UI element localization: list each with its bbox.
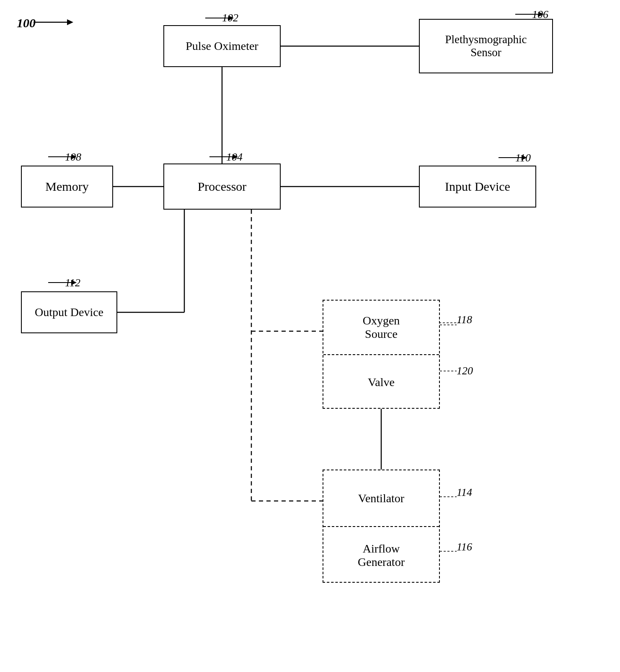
ref-arrow-112 (48, 277, 82, 288)
memory-box: Memory (21, 166, 113, 208)
oxygen-source-label: Oxygen Source (363, 314, 400, 341)
connection-lines (0, 0, 620, 672)
valve-section: Valve (323, 355, 439, 410)
ref-arrow-108 (48, 151, 82, 163)
svg-marker-1 (67, 19, 73, 25)
ref-lines (0, 0, 620, 672)
oxygen-source-section: Oxygen Source (323, 301, 439, 355)
memory-label: Memory (45, 179, 88, 194)
ventilator-ref: 114 (457, 486, 472, 499)
svg-marker-21 (522, 155, 527, 160)
valve-label: Valve (368, 376, 395, 389)
diagram: 100 Pulse Oximeter 102 (0, 0, 620, 672)
svg-marker-17 (232, 154, 238, 159)
svg-marker-19 (71, 154, 77, 159)
output-device-label: Output Device (35, 306, 103, 319)
oxygen-valve-group: Oxygen Source Valve (323, 300, 440, 409)
processor-label: Processor (198, 179, 247, 194)
airflow-generator-label: Airflow Generator (358, 542, 405, 569)
ventilator-section: Ventilator (323, 470, 439, 527)
ventilator-label: Ventilator (358, 492, 404, 505)
svg-marker-13 (228, 16, 234, 21)
ref-arrow-118 (439, 319, 477, 327)
ref-arrow-106 (515, 8, 549, 20)
processor-box: Processor (163, 163, 281, 210)
plethysmographic-sensor-label: Plethysmographic Sensor (445, 33, 527, 59)
pulse-oximeter-label: Pulse Oximeter (186, 39, 258, 53)
airflow-generator-section: Airflow Generator (323, 527, 439, 584)
pulse-oximeter-box: Pulse Oximeter (163, 25, 281, 67)
ventilator-airflow-group: Ventilator Airflow Generator (323, 470, 440, 583)
output-device-box: Output Device (21, 291, 117, 333)
input-device-box: Input Device (419, 166, 536, 208)
svg-marker-15 (538, 12, 544, 17)
svg-marker-23 (71, 280, 77, 285)
diagram-arrow (34, 16, 75, 29)
plethysmographic-sensor-box: Plethysmographic Sensor (419, 19, 553, 73)
ref-arrow-110 (499, 152, 532, 163)
input-device-label: Input Device (445, 179, 510, 194)
valve-ref: 120 (457, 365, 473, 377)
ref-arrow-104 (209, 151, 243, 163)
ref-arrow-102 (205, 12, 239, 24)
airflow-generator-ref: 116 (457, 541, 472, 553)
diagram-id: 100 (17, 16, 36, 30)
